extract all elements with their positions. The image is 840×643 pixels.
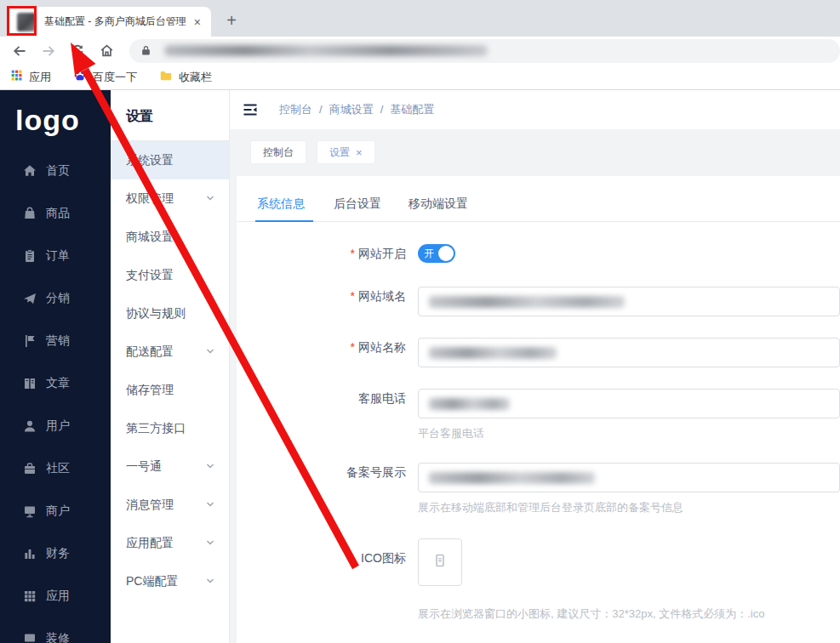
- field-help-text: 展示在浏览器窗口的小图标, 建议尺寸：32*32px, 文件格式必须为：.ico: [418, 606, 840, 622]
- submenu-item-label: 协议与规则: [126, 306, 186, 322]
- sidebar-item-label: 用户: [46, 418, 70, 434]
- tag-2[interactable]: 设置×: [317, 140, 375, 164]
- submenu-item-2[interactable]: 权限管理: [111, 179, 229, 218]
- tab-2[interactable]: 后台设置: [320, 196, 395, 221]
- apps-grid-icon: [10, 69, 23, 85]
- baidu-paw-icon: [73, 69, 87, 86]
- new-tab-button[interactable]: +: [220, 9, 243, 32]
- submenu-item-5[interactable]: 协议与规则: [111, 294, 229, 333]
- redacted-value: [429, 347, 557, 359]
- field-label-text: ICO图标: [361, 551, 406, 565]
- field-control: [418, 287, 840, 316]
- finance-chart-icon: [22, 546, 37, 561]
- ico-upload-box[interactable]: [418, 538, 462, 586]
- file-icon: [432, 553, 448, 572]
- chevron-down-icon: [205, 537, 215, 550]
- text-input[interactable]: [418, 463, 840, 492]
- bookmark-label: 百度一下: [93, 70, 137, 85]
- required-asterisk: *: [351, 340, 355, 354]
- main-content: 控制台/商城设置/基础配置 控制台设置× 系统信息后台设置移动端设置 *网站开启…: [230, 90, 840, 643]
- bookmark-item[interactable]: 收藏栏: [159, 69, 212, 86]
- tag-close-icon[interactable]: ×: [356, 146, 363, 159]
- sidebar-item-10[interactable]: 财务: [0, 532, 111, 575]
- switch-on-label: 开: [424, 247, 434, 261]
- sidebar-item-label: 营销: [46, 333, 70, 349]
- submenu-item-6[interactable]: 配送配置: [111, 333, 229, 371]
- sidebar-item-label: 文章: [46, 376, 70, 391]
- forward-icon[interactable]: [37, 40, 60, 62]
- submenu-item-label: 一号通: [126, 459, 162, 475]
- home-icon[interactable]: [95, 40, 117, 62]
- refresh-icon[interactable]: [66, 40, 89, 62]
- lock-icon: [140, 44, 152, 57]
- tab-close-icon[interactable]: ×: [191, 15, 204, 29]
- submenu-item-label: 系统设置: [126, 153, 174, 168]
- submenu-item-label: 配送配置: [126, 344, 174, 360]
- breadcrumb-item[interactable]: 商城设置: [329, 103, 374, 116]
- form-row-4: 客服电话平台客服电话: [237, 389, 840, 441]
- submenu-item-label: 储存管理: [126, 383, 174, 398]
- sidebar-item-7[interactable]: 用户: [0, 405, 111, 447]
- submenu-item-11[interactable]: 应用配置: [111, 524, 229, 562]
- text-input[interactable]: [418, 287, 840, 316]
- tab-title: 基础配置 - 多商户商城后台管理: [44, 14, 191, 29]
- submenu-item-7[interactable]: 储存管理: [111, 371, 229, 409]
- redacted-value: [429, 296, 625, 308]
- submenu-item-9[interactable]: 一号通: [111, 447, 229, 486]
- sidebar-item-label: 商品: [46, 206, 70, 221]
- tag-1[interactable]: 控制台: [250, 140, 306, 164]
- sidebar-item-label: 分销: [46, 291, 70, 306]
- breadcrumb-item[interactable]: 控制台: [279, 103, 312, 116]
- submenu-item-3[interactable]: 商城设置: [111, 218, 229, 256]
- text-input[interactable]: [418, 338, 840, 367]
- submenu-item-10[interactable]: 消息管理: [111, 486, 229, 524]
- field-label: *网站域名: [237, 287, 406, 316]
- tabs-row: 系统信息后台设置移动端设置: [237, 196, 840, 222]
- distribution-plane-icon: [22, 291, 37, 306]
- logo[interactable]: logo: [0, 90, 111, 150]
- sidebar-item-8[interactable]: 社区: [0, 447, 111, 490]
- field-label: *网站开启: [237, 244, 406, 263]
- sidebar-item-6[interactable]: 文章: [0, 362, 111, 405]
- submenu-item-12[interactable]: PC端配置: [111, 562, 229, 600]
- user-icon: [22, 418, 37, 434]
- address-bar[interactable]: [129, 39, 840, 63]
- sidebar-item-4[interactable]: 分销: [0, 277, 111, 320]
- sidebar-item-9[interactable]: 商户: [0, 490, 111, 532]
- menu-fold-icon[interactable]: [242, 101, 259, 118]
- sidebar-item-5[interactable]: 营销: [0, 320, 111, 362]
- bookmark-item[interactable]: 百度一下: [73, 69, 137, 86]
- tab-3[interactable]: 移动端设置: [395, 196, 482, 221]
- app: logo 首页商品订单分销营销文章用户社区商户财务应用装修 设置 系统设置权限管…: [0, 90, 840, 643]
- sidebar-item-11[interactable]: 应用: [0, 575, 111, 617]
- submenu-item-4[interactable]: 支付设置: [111, 256, 229, 294]
- home-icon: [22, 163, 37, 179]
- website-enable-switch[interactable]: 开: [418, 244, 455, 263]
- breadcrumb: 控制台/商城设置/基础配置: [279, 102, 434, 117]
- submenu-item-8[interactable]: 第三方接口: [111, 409, 229, 447]
- browser-tab[interactable]: 基础配置 - 多商户商城后台管理 ×: [7, 7, 211, 37]
- required-asterisk: *: [351, 247, 355, 260]
- field-label-text: 网站域名: [358, 289, 406, 303]
- breadcrumb-item[interactable]: 基础配置: [390, 103, 434, 116]
- tab-1[interactable]: 系统信息: [255, 196, 320, 221]
- field-label-text: 网站开启: [358, 247, 406, 260]
- redacted-value: [429, 472, 595, 484]
- merchant-monitor-icon: [22, 504, 37, 519]
- field-label-text: 客服电话: [358, 391, 406, 405]
- submenu-list: 系统设置权限管理商城设置支付设置协议与规则配送配置储存管理第三方接口一号通消息管…: [111, 141, 229, 600]
- sidebar-item-1[interactable]: 首页: [0, 150, 111, 192]
- form-row-5: 备案号展示展示在移动端底部和管理后台登录页底部的备案号信息: [237, 463, 840, 515]
- sidebar-item-12[interactable]: 装修: [0, 617, 111, 643]
- sidebar-item-2[interactable]: 商品: [0, 192, 111, 235]
- field-control: 开: [418, 244, 840, 263]
- text-input[interactable]: [418, 389, 840, 418]
- field-control: 展示在浏览器窗口的小图标, 建议尺寸：32*32px, 文件格式必须为：.ico: [418, 537, 840, 622]
- sidebar-item-3[interactable]: 订单: [0, 235, 111, 277]
- decorate-monitor-icon: [22, 631, 37, 643]
- bookmark-item[interactable]: 应用: [10, 69, 51, 85]
- submenu-item-1[interactable]: 系统设置: [111, 141, 229, 179]
- tag-label: 设置: [329, 145, 350, 160]
- back-icon[interactable]: [9, 40, 31, 62]
- field-control: [418, 338, 840, 367]
